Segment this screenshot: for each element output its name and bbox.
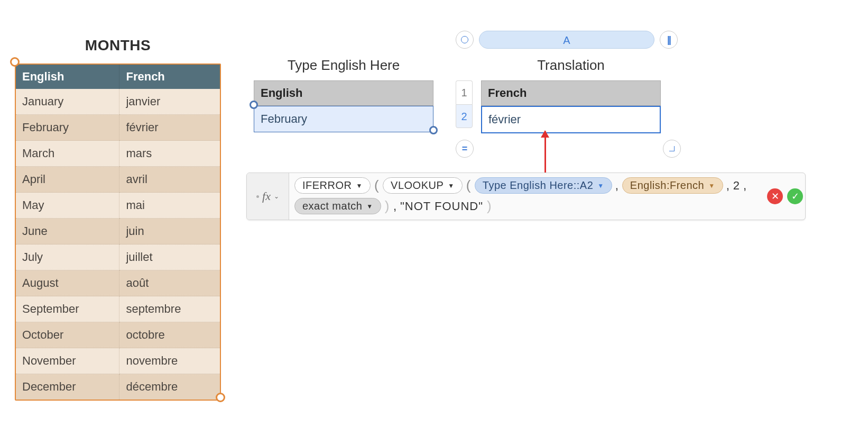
cell-english[interactable]: September	[16, 296, 119, 322]
close-icon: ✕	[771, 191, 779, 202]
column-header-a[interactable]: A	[479, 31, 654, 49]
selection-handle-icon[interactable]	[429, 126, 438, 134]
table-resize-handle-icon[interactable]	[10, 57, 20, 67]
token-exact-match[interactable]: exact match ▼	[294, 198, 381, 214]
confirm-formula-button[interactable]: ✓	[787, 188, 803, 204]
token-iferror[interactable]: IFERROR ▼	[294, 177, 371, 194]
cell-french[interactable]: février	[119, 115, 220, 141]
cell-english[interactable]: August	[16, 270, 119, 296]
typehere-header[interactable]: English	[254, 80, 433, 106]
cell-french[interactable]: juillet	[119, 244, 220, 270]
add-column-icon: ||	[667, 34, 670, 46]
table-resize-handle-icon[interactable]	[216, 393, 225, 402]
cell-french[interactable]: juin	[119, 219, 220, 244]
cell-english[interactable]: November	[16, 348, 119, 374]
cell-french[interactable]: octobre	[119, 322, 220, 348]
circle-icon	[461, 36, 468, 43]
cell-english[interactable]: May	[16, 193, 119, 219]
table-row[interactable]: Junejuin	[16, 219, 220, 244]
paren-open: (	[466, 177, 472, 194]
add-row-button[interactable]: =	[456, 140, 474, 158]
token-ref-range[interactable]: English:French ▼	[622, 177, 723, 194]
translation-cell[interactable]: février	[481, 106, 661, 133]
cancel-formula-button[interactable]: ✕	[767, 188, 783, 204]
months-table-body: Januaryjanvier Februaryfévrier Marchmars…	[16, 89, 220, 400]
token-vlookup[interactable]: VLOOKUP ▼	[383, 177, 463, 194]
token-label: Type English Here::A2	[483, 179, 594, 192]
dot-icon	[256, 195, 259, 198]
cell-french[interactable]: mai	[119, 193, 220, 219]
equals-icon: =	[462, 143, 468, 155]
table-row[interactable]: Maymai	[16, 193, 220, 219]
dropdown-icon: ▼	[356, 183, 363, 189]
table-row[interactable]: Marchmars	[16, 141, 220, 167]
translation-table[interactable]: French février	[481, 80, 661, 133]
typehere-table-title: Type English Here	[254, 57, 433, 74]
column-header-row: A ||	[456, 31, 678, 49]
annotation-arrow-icon	[544, 131, 546, 173]
table-row[interactable]: Julyjuillet	[16, 244, 220, 270]
paren-close: )	[486, 198, 492, 214]
table-row[interactable]: Januaryjanvier	[16, 89, 220, 115]
table-row[interactable]: Octoberoctobre	[16, 322, 220, 348]
cell-french[interactable]: novembre	[119, 348, 220, 374]
cell-french[interactable]: avril	[119, 167, 220, 193]
formula-action-buttons: ✕ ✓	[765, 173, 805, 220]
months-table-title: MONTHS	[15, 37, 221, 54]
row-gutter: 1 2	[456, 80, 473, 128]
token-label: exact match	[302, 200, 362, 212]
arg-colindex: 2	[733, 179, 740, 193]
row-header-1[interactable]: 1	[456, 80, 473, 104]
typehere-cell[interactable]: February	[254, 106, 433, 132]
dropdown-icon: ▼	[448, 183, 454, 189]
cell-english[interactable]: October	[16, 322, 119, 348]
cell-french[interactable]: décembre	[119, 374, 220, 400]
corner-icon	[669, 146, 675, 151]
token-label: VLOOKUP	[391, 179, 444, 192]
dropdown-icon: ▼	[366, 203, 373, 210]
typehere-table[interactable]: English February	[254, 80, 433, 132]
row-header-2[interactable]: 2	[456, 104, 473, 128]
comma: ,	[393, 200, 397, 213]
cell-english[interactable]: July	[16, 244, 119, 270]
cell-english[interactable]: June	[16, 219, 119, 244]
selection-handle-icon[interactable]	[250, 101, 258, 109]
table-row[interactable]: Augustaoût	[16, 270, 220, 296]
formula-body[interactable]: IFERROR ▼ ( VLOOKUP ▼ ( Type English Her…	[289, 173, 765, 220]
token-ref-typehere[interactable]: Type English Here::A2 ▼	[475, 177, 612, 194]
dropdown-icon: ▼	[708, 183, 715, 189]
fx-menu-button[interactable]: fx ⌄	[247, 173, 289, 220]
chevron-down-icon: ⌄	[274, 193, 279, 200]
translation-table-title: Translation	[481, 57, 661, 74]
arg-notfound: "NOT FOUND"	[400, 200, 483, 213]
check-icon: ✓	[791, 191, 799, 202]
table-row[interactable]: Novembernovembre	[16, 348, 220, 374]
cell-french[interactable]: septembre	[119, 296, 220, 322]
comma: ,	[726, 179, 730, 193]
cell-english[interactable]: February	[16, 115, 119, 141]
token-label: English:French	[630, 179, 704, 192]
table-row[interactable]: Februaryfévrier	[16, 115, 220, 141]
table-corner-button[interactable]	[663, 140, 681, 158]
table-row[interactable]: Septemberseptembre	[16, 296, 220, 322]
cell-english[interactable]: January	[16, 89, 119, 115]
cell-english[interactable]: December	[16, 374, 119, 400]
translation-header[interactable]: French	[481, 80, 661, 106]
table-row[interactable]: Aprilavril	[16, 167, 220, 193]
months-table[interactable]: English French Januaryjanvier Februaryfé…	[15, 64, 221, 401]
months-header-english[interactable]: English	[16, 65, 119, 89]
formula-editor[interactable]: fx ⌄ IFERROR ▼ ( VLOOKUP ▼ ( Type Englis…	[246, 173, 806, 220]
token-label: IFERROR	[302, 179, 352, 192]
cell-french[interactable]: août	[119, 270, 220, 296]
months-header-french[interactable]: French	[119, 65, 220, 89]
cell-english[interactable]: March	[16, 141, 119, 167]
paren-close: )	[384, 198, 390, 214]
cell-english[interactable]: April	[16, 167, 119, 193]
table-row[interactable]: Decemberdécembre	[16, 374, 220, 400]
cell-french[interactable]: mars	[119, 141, 220, 167]
cell-french[interactable]: janvier	[119, 89, 220, 115]
select-all-circle-button[interactable]	[456, 31, 474, 49]
add-column-button[interactable]: ||	[660, 31, 678, 49]
comma: ,	[743, 179, 747, 193]
paren-open: (	[374, 177, 380, 194]
